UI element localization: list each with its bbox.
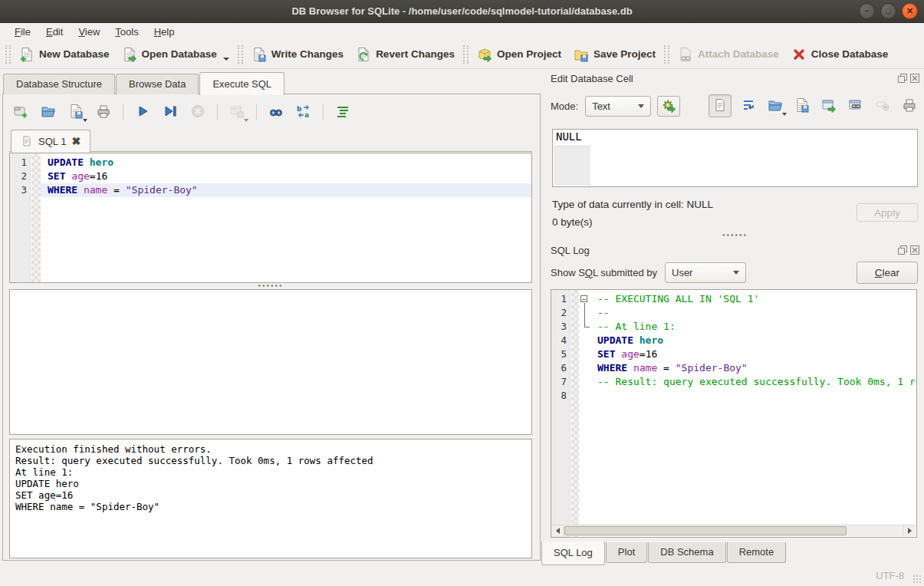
menu-bar: FileEditViewToolsHelp [0, 24, 924, 40]
chevron-down-icon[interactable] [244, 119, 248, 122]
window-close-button[interactable]: ✕ [902, 3, 918, 19]
log-horizontal-scrollbar[interactable] [552, 525, 916, 536]
chevron-down-icon[interactable] [83, 119, 87, 122]
new-tab-button[interactable] [11, 102, 31, 122]
open-database-button[interactable]: Open Database [116, 44, 235, 65]
format-button[interactable] [333, 102, 353, 122]
toolbar-grip [238, 45, 243, 64]
export-data-icon [794, 97, 810, 115]
filter-label: Show SQL submitted by [551, 267, 657, 278]
tab-execute-sql[interactable]: Execute SQL [199, 72, 284, 95]
menu-help[interactable]: Help [147, 25, 182, 39]
execution-message: Result: query executed successfully. Too… [15, 455, 526, 466]
fold-marker[interactable] [579, 334, 590, 347]
resize-grip[interactable] [912, 574, 922, 584]
tab-database-structure[interactable]: Database Structure [3, 74, 115, 94]
line-number: 2 [551, 306, 571, 320]
line-number: 4 [551, 334, 571, 347]
close-database-button[interactable]: Close Database [785, 44, 895, 65]
fold-marker[interactable]: − [579, 292, 590, 306]
text-mode-button[interactable] [709, 94, 732, 117]
dock-tab-remote[interactable]: Remote [727, 542, 787, 563]
clear-button[interactable]: Clear [857, 262, 918, 284]
format-icon [335, 104, 350, 121]
main-tab-widget: Database StructureBrowse DataExecute SQL… [0, 69, 542, 565]
sql-editor[interactable]: 1UPDATE hero2SET age=163WHERE name = "Sp… [9, 153, 532, 283]
import-data-button[interactable] [765, 96, 785, 116]
print-cell-button[interactable] [899, 96, 919, 116]
code-line: 6WHERE name = "Spider-Boy" [551, 361, 916, 375]
auto-switch-mode-button[interactable] [657, 96, 680, 117]
dock-tab-plot[interactable]: Plot [606, 542, 647, 563]
menu-file[interactable]: File [8, 25, 38, 39]
export-data-button[interactable] [792, 96, 812, 116]
stop-button[interactable] [188, 102, 208, 122]
toolbar-grip [5, 45, 11, 64]
mode-combobox[interactable]: Text [585, 96, 651, 117]
print-button[interactable] [94, 102, 113, 122]
editor-results-splitter[interactable]: •••••• [9, 283, 532, 289]
results-pane[interactable] [9, 289, 532, 435]
execution-message: At line 1: [15, 466, 526, 478]
export-results-button[interactable] [227, 102, 247, 122]
chevron-down-icon[interactable] [223, 58, 229, 61]
sql-log-code: 1−-- EXECUTING ALL IN 'SQL 1'2--3-- At l… [551, 292, 916, 403]
apply-button[interactable]: Apply [857, 203, 918, 222]
dock-close-icon[interactable] [910, 245, 919, 255]
fold-marker[interactable] [579, 306, 590, 320]
dock-splitter[interactable]: •••••• [551, 232, 919, 239]
word-wrap-button[interactable] [738, 96, 758, 116]
fold-marker[interactable] [579, 320, 590, 334]
link-cell-button[interactable] [846, 96, 866, 116]
window-minimize-button[interactable]: − [859, 3, 875, 19]
encoding-indicator[interactable]: UTF-8 [876, 570, 904, 581]
scrollbar-thumb[interactable] [564, 526, 847, 535]
dock-float-icon[interactable] [898, 74, 907, 83]
execution-message-pane[interactable]: Execution finished without errors.Result… [9, 439, 532, 558]
cell-value-editor[interactable]: NULL [552, 129, 918, 187]
revert-changes-button[interactable]: Revert Changes [350, 44, 461, 65]
write-changes-button[interactable]: Write Changes [245, 44, 350, 65]
save-sql-file-icon [68, 104, 84, 121]
fold-marker[interactable] [579, 389, 590, 403]
dock-float-icon[interactable] [898, 245, 907, 255]
fold-marker[interactable] [579, 347, 590, 361]
new-database-button[interactable]: New Database [13, 44, 116, 65]
execute-line-button[interactable] [160, 102, 180, 122]
save-project-button[interactable]: Save Project [567, 44, 662, 65]
code-line: 7-- Result: query executed successfully.… [551, 375, 916, 389]
edit-cell-mode-row: Mode: Text [551, 94, 919, 117]
fold-marker[interactable] [579, 375, 590, 389]
sql-log-view[interactable]: 1−-- EXECUTING ALL IN 'SQL 1'2--3-- At l… [551, 289, 917, 538]
clear-button-label: Clear [875, 267, 899, 278]
execute-all-button[interactable] [133, 102, 153, 122]
menu-view[interactable]: View [71, 25, 107, 39]
scroll-right-arrow-icon[interactable] [903, 525, 916, 536]
sql-log-header: SQL Log [551, 242, 919, 258]
dock-close-icon[interactable] [910, 74, 919, 83]
scroll-left-arrow-icon[interactable] [552, 525, 564, 536]
tab-browse-data[interactable]: Browse Data [116, 74, 199, 94]
window-maximize-button[interactable]: □ [880, 3, 896, 19]
save-sql-file-button[interactable] [66, 102, 86, 122]
dock-tab-db-schema[interactable]: DB Schema [648, 542, 725, 563]
sql-editor-toolbar: ba [11, 99, 353, 125]
open-external-button[interactable] [819, 96, 839, 116]
menu-tools[interactable]: Tools [108, 25, 145, 39]
attach-database-button[interactable]: Attach Database [672, 44, 785, 65]
toolbar-grip [664, 45, 669, 64]
set-null-button[interactable] [873, 96, 893, 116]
find-button[interactable] [266, 102, 286, 122]
submitted-by-combobox[interactable]: User [665, 262, 746, 283]
code-line: 2-- [551, 306, 916, 320]
open-sql-file-button[interactable] [38, 102, 58, 122]
dock-tab-sql-log[interactable]: SQL Log [541, 542, 605, 565]
open-sql-file-icon [41, 104, 56, 121]
open-project-button[interactable]: Open Project [471, 44, 567, 65]
menu-edit[interactable]: Edit [39, 25, 70, 39]
fold-marker[interactable] [579, 361, 590, 375]
tab-sql-1[interactable]: SQL 1 ✖ [11, 130, 90, 153]
tab-close-icon[interactable]: ✖ [71, 136, 81, 146]
chevron-down-icon[interactable] [782, 113, 787, 116]
replace-button[interactable]: ba [294, 102, 314, 122]
